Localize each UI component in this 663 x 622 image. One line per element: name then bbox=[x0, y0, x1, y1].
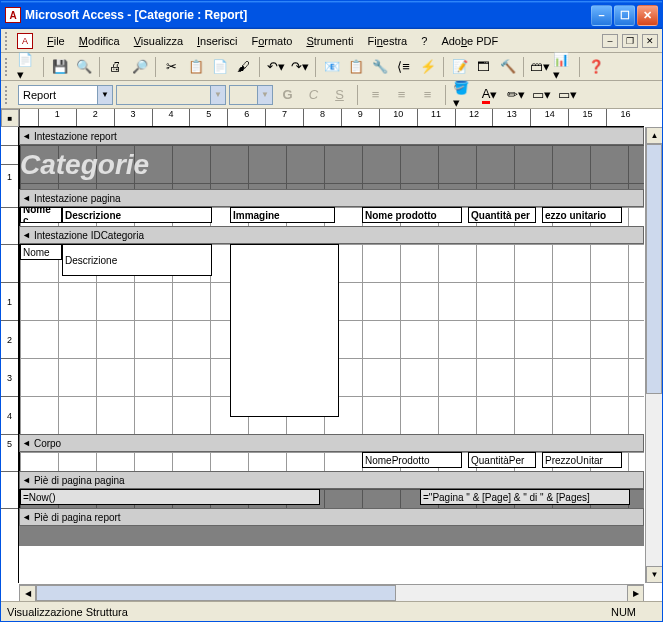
redo-button[interactable]: ↷▾ bbox=[288, 56, 311, 78]
hyperlink-button[interactable]: 📧 bbox=[320, 56, 343, 78]
autoformat-button[interactable]: ⚡ bbox=[416, 56, 439, 78]
field-list-button[interactable]: 📋 bbox=[344, 56, 367, 78]
section-label: Intestazione pagina bbox=[34, 193, 121, 204]
field-quantitaper[interactable]: QuantitàPer bbox=[468, 452, 536, 468]
field-nomecategoria[interactable]: Nome bbox=[20, 244, 62, 260]
copy-button[interactable]: 📋 bbox=[184, 56, 207, 78]
fontsize-selector[interactable]: ▼ bbox=[229, 85, 273, 105]
view-button[interactable]: 📄▾ bbox=[16, 56, 39, 78]
border-color-button[interactable]: ✏▾ bbox=[504, 84, 527, 106]
menu-insert[interactable]: Inserisci bbox=[191, 33, 243, 49]
menu-format[interactable]: Formato bbox=[245, 33, 298, 49]
scroll-right-button[interactable]: ▶ bbox=[627, 585, 644, 601]
align-center-button[interactable]: ≡ bbox=[390, 84, 413, 106]
mdi-restore-button[interactable]: ❐ bbox=[622, 34, 638, 48]
label-nomeprodotto[interactable]: Nome prodotto bbox=[362, 207, 462, 223]
db-window-button[interactable]: 🗃▾ bbox=[528, 56, 551, 78]
section-detail[interactable]: ◄ Corpo bbox=[19, 434, 644, 452]
detail-body[interactable]: NomeProdotto QuantitàPer PrezzoUnitar bbox=[19, 452, 644, 471]
align-right-button[interactable]: ≡ bbox=[416, 84, 439, 106]
app-small-icon: A bbox=[17, 33, 33, 49]
font-color-button[interactable]: A▾ bbox=[478, 84, 501, 106]
menu-file[interactable]: File bbox=[41, 33, 71, 49]
group-header-body[interactable]: Nome Descrizione bbox=[19, 244, 644, 434]
section-report-footer[interactable]: ◄ Piè di pagina report bbox=[19, 508, 644, 526]
select-all-corner[interactable]: ■ bbox=[1, 109, 19, 127]
scroll-left-button[interactable]: ◀ bbox=[19, 585, 36, 601]
design-area[interactable]: ◄ Intestazione report Categorie ◄ Intest… bbox=[19, 127, 644, 583]
scroll-down-button[interactable]: ▼ bbox=[646, 566, 662, 583]
menu-edit[interactable]: Modifica bbox=[73, 33, 126, 49]
vertical-ruler[interactable]: 1 1 2 3 4 5 bbox=[1, 127, 19, 583]
section-label: Piè di pagina report bbox=[34, 512, 121, 523]
menu-help[interactable]: ? bbox=[415, 33, 433, 49]
vertical-scrollbar[interactable]: ▲ ▼ bbox=[645, 127, 662, 583]
search-button[interactable]: 🔍 bbox=[72, 56, 95, 78]
save-button[interactable]: 💾 bbox=[48, 56, 71, 78]
code-button[interactable]: 📝 bbox=[448, 56, 471, 78]
scroll-thumb-v[interactable] bbox=[646, 144, 662, 394]
fill-color-button[interactable]: 🪣▾ bbox=[452, 84, 475, 106]
report-footer-body[interactable] bbox=[19, 526, 644, 546]
chevron-down-icon: ▼ bbox=[257, 86, 272, 104]
properties-button[interactable]: 🗔 bbox=[472, 56, 495, 78]
scroll-thumb-h[interactable] bbox=[36, 585, 396, 601]
minimize-button[interactable]: – bbox=[591, 5, 612, 26]
page-header-body[interactable]: Nome c Descrizione Immagine Nome prodott… bbox=[19, 207, 644, 226]
menu-view[interactable]: Visualizza bbox=[128, 33, 189, 49]
field-now[interactable]: =Now() bbox=[20, 489, 320, 505]
toolbox-button[interactable]: 🔧 bbox=[368, 56, 391, 78]
horizontal-ruler[interactable]: 1 2 3 4 5 6 7 8 9 10 11 12 13 14 15 16 bbox=[19, 109, 644, 127]
section-group-header[interactable]: ◄ Intestazione IDCategoria bbox=[19, 226, 644, 244]
font-selector[interactable]: ▼ bbox=[116, 85, 226, 105]
border-width-button[interactable]: ▭▾ bbox=[530, 84, 553, 106]
cut-button[interactable]: ✂ bbox=[160, 56, 183, 78]
menu-adobe[interactable]: Adobe PDF bbox=[435, 33, 504, 49]
print-button[interactable]: 🖨 bbox=[104, 56, 127, 78]
titlebar: A Microsoft Access - [Categorie : Report… bbox=[1, 1, 662, 29]
sort-group-button[interactable]: ⟨≡ bbox=[392, 56, 415, 78]
chevron-down-icon: ▼ bbox=[210, 86, 225, 104]
field-immagine[interactable] bbox=[230, 244, 339, 417]
mdi-minimize-button[interactable]: – bbox=[602, 34, 618, 48]
close-button[interactable]: ✕ bbox=[637, 5, 658, 26]
menu-grip-icon[interactable] bbox=[5, 32, 11, 50]
label-quantita[interactable]: Quantità per bbox=[468, 207, 536, 223]
section-report-header[interactable]: ◄ Intestazione report bbox=[19, 127, 644, 145]
field-descrizione[interactable]: Descrizione bbox=[62, 244, 212, 276]
menu-tools[interactable]: Strumenti bbox=[300, 33, 359, 49]
align-left-button[interactable]: ≡ bbox=[364, 84, 387, 106]
special-effect-button[interactable]: ▭▾ bbox=[556, 84, 579, 106]
page-footer-body[interactable]: =Now() ="Pagina " & [Page] & " di " & [P… bbox=[19, 489, 644, 508]
bold-button[interactable]: G bbox=[276, 84, 299, 106]
format-painter-button[interactable]: 🖌 bbox=[232, 56, 255, 78]
label-prezzo[interactable]: ezzo unitario bbox=[542, 207, 622, 223]
menu-window[interactable]: Finestra bbox=[361, 33, 413, 49]
preview-button[interactable]: 🔎 bbox=[128, 56, 151, 78]
build-button[interactable]: 🔨 bbox=[496, 56, 519, 78]
section-page-footer[interactable]: ◄ Piè di pagina pagina bbox=[19, 471, 644, 489]
toolbar-grip-icon[interactable] bbox=[5, 58, 11, 76]
new-obj-button[interactable]: 📊▾ bbox=[552, 56, 575, 78]
label-nome[interactable]: Nome c bbox=[20, 207, 62, 223]
underline-button[interactable]: S bbox=[328, 84, 351, 106]
toolbar2-grip-icon[interactable] bbox=[5, 86, 11, 104]
label-immagine[interactable]: Immagine bbox=[230, 207, 335, 223]
help-button[interactable]: ❓ bbox=[584, 56, 607, 78]
status-text: Visualizzazione Struttura bbox=[7, 606, 128, 618]
field-page-expr[interactable]: ="Pagina " & [Page] & " di " & [Pages] bbox=[420, 489, 630, 505]
italic-button[interactable]: C bbox=[302, 84, 325, 106]
label-descrizione[interactable]: Descrizione bbox=[62, 207, 212, 223]
mdi-close-button[interactable]: ✕ bbox=[642, 34, 658, 48]
report-header-body[interactable]: Categorie bbox=[19, 145, 644, 189]
undo-button[interactable]: ↶▾ bbox=[264, 56, 287, 78]
field-nomeprodotto[interactable]: NomeProdotto bbox=[362, 452, 462, 468]
horizontal-scrollbar[interactable]: ◀ ▶ bbox=[19, 584, 644, 601]
object-selector[interactable]: Report ▼ bbox=[18, 85, 113, 105]
section-page-header[interactable]: ◄ Intestazione pagina bbox=[19, 189, 644, 207]
report-title-label[interactable]: Categorie bbox=[20, 149, 149, 181]
maximize-button[interactable]: ☐ bbox=[614, 5, 635, 26]
paste-button[interactable]: 📄 bbox=[208, 56, 231, 78]
scroll-up-button[interactable]: ▲ bbox=[646, 127, 662, 144]
field-prezzounitario[interactable]: PrezzoUnitar bbox=[542, 452, 622, 468]
